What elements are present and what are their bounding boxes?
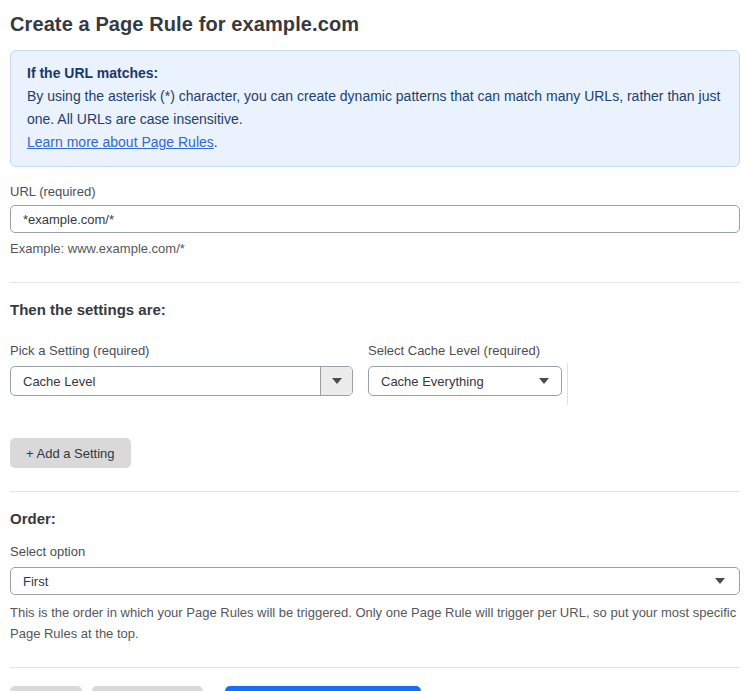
pick-setting-select[interactable]: Cache Level: [10, 366, 353, 396]
settings-heading: Then the settings are:: [10, 301, 740, 318]
setting-group-divider: [567, 363, 568, 405]
pick-setting-value: Cache Level: [11, 374, 320, 389]
divider: [10, 491, 740, 492]
link-suffix: .: [214, 134, 218, 150]
cache-level-select[interactable]: Cache Everything: [368, 366, 562, 396]
order-select-label: Select option: [10, 544, 740, 559]
chevron-down-icon: [332, 378, 342, 384]
divider: [10, 282, 740, 283]
add-setting-button[interactable]: + Add a Setting: [10, 438, 131, 468]
page-title: Create a Page Rule for example.com: [10, 13, 740, 36]
url-example-hint: Example: www.example.com/*: [10, 239, 740, 259]
cancel-button[interactable]: Cancel: [10, 686, 82, 691]
learn-more-link[interactable]: Learn more about Page Rules: [27, 134, 214, 150]
cache-level-label: Select Cache Level (required): [368, 343, 562, 358]
url-label: URL (required): [10, 184, 740, 199]
cache-level-column: Select Cache Level (required) Cache Ever…: [368, 343, 562, 405]
cache-level-value: Cache Everything: [369, 374, 539, 389]
info-box-body: By using the asterisk (*) character, you…: [27, 85, 723, 131]
page-rule-form: Create a Page Rule for example.com If th…: [0, 0, 750, 691]
footer-actions: Cancel Save as Draft Save and Deploy Pag…: [10, 686, 740, 691]
dropdown-arrow-button[interactable]: [320, 367, 352, 395]
divider: [10, 667, 740, 668]
info-box-link-line: Learn more about Page Rules.: [27, 131, 723, 154]
order-select-value: First: [11, 574, 715, 589]
chevron-down-icon: [715, 578, 725, 584]
url-input[interactable]: [10, 205, 740, 233]
save-as-draft-button[interactable]: Save as Draft: [92, 686, 203, 691]
pick-setting-column: Pick a Setting (required) Cache Level: [10, 343, 353, 405]
order-heading: Order:: [10, 510, 740, 527]
pick-setting-label: Pick a Setting (required): [10, 343, 353, 358]
chevron-down-icon: [539, 378, 549, 384]
order-select[interactable]: First: [10, 567, 740, 595]
url-match-info-box: If the URL matches: By using the asteris…: [10, 50, 740, 167]
save-and-deploy-button[interactable]: Save and Deploy Page Rule: [225, 686, 420, 691]
info-box-heading: If the URL matches:: [27, 62, 723, 85]
order-hint: This is the order in which your Page Rul…: [10, 602, 740, 644]
settings-row: Pick a Setting (required) Cache Level Se…: [10, 343, 740, 405]
